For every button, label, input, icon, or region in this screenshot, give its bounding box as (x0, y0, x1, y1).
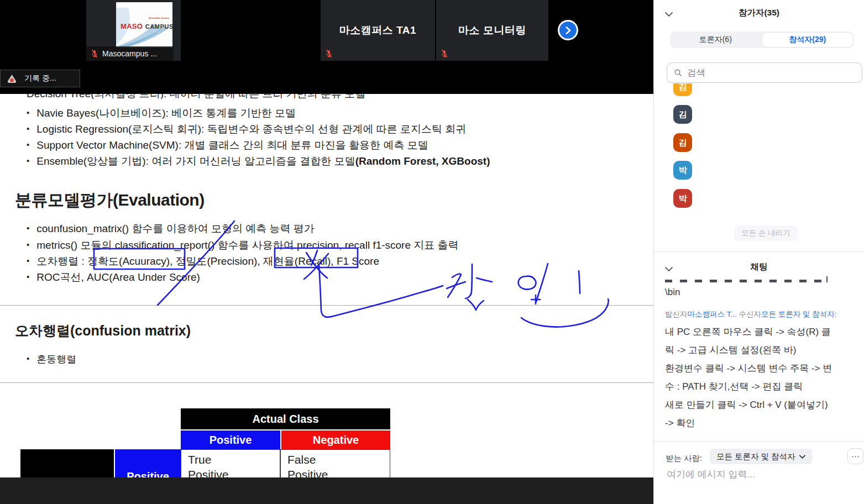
participant-avatar[interactable]: 박 (673, 189, 692, 208)
recipient-dropdown[interactable]: 모든 토론자 및 참석자 (710, 449, 812, 464)
zoom-meeting-window: Actionable Content MASO CAMPUS Masocampu… (0, 0, 864, 504)
clipped-slide-line: Decision Tree(의사결정 트리): 데이터 분할에 따른 트리 기반… (27, 94, 524, 99)
participant-avatar[interactable]: 김 (673, 105, 692, 124)
participant-search-box (667, 62, 862, 83)
participant-list: 김 김 김 박 박 (654, 83, 864, 211)
sender-label: 발신자 (665, 310, 688, 318)
chat-message-line: 환경변수 클릭 -> 시스템 변수 주목 -> 변 (665, 359, 858, 377)
table-header-actual-class: Actual Class (181, 408, 390, 429)
video-tile-monitoring[interactable]: 마소 모니터링 (436, 0, 548, 61)
table-corner-cell (20, 449, 114, 477)
participant-name: 마소 모니터링 (436, 0, 548, 61)
chat-message-input[interactable] (666, 469, 856, 481)
chat-message-body: 내 PC 오른쪽 마우스 클릭 -> 속성(R) 클 릭 -> 고급 시스템 설… (665, 323, 858, 432)
recording-label: 기록 중... (24, 74, 56, 83)
participants-tabs: 토론자(6) 참석자(29) (670, 32, 854, 48)
logo-tagline: Actionable Content (149, 17, 169, 19)
recipient-label: 수신자 (739, 310, 762, 318)
search-input[interactable] (686, 67, 843, 78)
bottom-black-bar (0, 477, 653, 504)
chat-message-line: 내 PC 오른쪽 마우스 클릭 -> 속성(R) 클 (665, 323, 858, 341)
chat-message-line: 새로 만들기 클릭 -> Ctrl + V (붙여넣기) (665, 396, 858, 414)
chat-message-meta: 발신자마소캠퍼스 T... 수신자모든 토론자 및 참석자: (665, 309, 837, 319)
video-tile-masocampus[interactable]: Actionable Content MASO CAMPUS Masocampu… (86, 0, 181, 61)
logo-word-campus: CAMPUS (145, 23, 172, 30)
slide-bullet: Ensemble(앙상블 기법): 여러 가지 머신러닝 알고리즘을 결합한 모… (27, 154, 490, 169)
sender-name: 마소캠퍼스 T... (688, 310, 737, 318)
participant-name: 마소캠퍼스 TA1 (321, 0, 435, 61)
chat-message-line: -> 확인 (665, 414, 858, 432)
chat-message-line: 수 : PATH 찾기,선택 -> 편집 클릭 (665, 377, 858, 396)
meeting-sidebar: 참가자(35) 토론자(6) 참석자(29) 김 김 김 박 박 모든 손 내리… (653, 0, 864, 504)
slide-bullet: Support Vector Machine(SVM): 개별 클래스 간의 최… (27, 138, 428, 153)
chevron-right-icon (565, 27, 571, 34)
section-divider (0, 382, 653, 383)
slide-bullet: Logistic Regression(로지스틱 회귀): 독립변수와 종속변수… (27, 122, 466, 136)
participant-avatar[interactable]: 박 (673, 161, 692, 180)
chat-message-bin: \bin (665, 287, 680, 298)
mic-muted-icon (440, 49, 449, 58)
table-cell-true-positive: TruePositive (181, 449, 280, 477)
sidebar-divider (654, 251, 864, 252)
chat-message-line: 릭 -> 고급 시스템 설정(왼쪽 바) (665, 341, 858, 359)
table-row-label-positive: Positive (114, 449, 181, 477)
search-icon (674, 69, 682, 77)
sidebar-divider (654, 441, 864, 442)
recipient-dropdown-value: 모든 토론자 및 참석자 (716, 452, 795, 462)
slide-heading-evaluation: 분류모델평가(Evaluation) (15, 189, 205, 212)
slide-bullet: counfusion_matrix() 함수를 이용하여 모형의 예측 능력 평… (27, 222, 315, 236)
presentation-slide: Decision Tree(의사결정 트리): 데이터 분할에 따른 트리 기반… (0, 94, 653, 477)
slide-heading-confusion-matrix: 오차행렬(confusion matrix) (15, 322, 191, 340)
participant-avatar[interactable]: 김 (673, 133, 692, 152)
table-cell-false-positive: FalsePositive (280, 449, 390, 477)
slide-bullet: 오차행렬 : 정확도(Acuuracy), 정밀도(Precision), 재현… (27, 254, 379, 269)
participant-name: Masocampus ... (102, 49, 157, 58)
clipped-chat-line (665, 280, 823, 282)
slide-bullet: Navie Bayes(나이브베이즈): 베이즈 통계를 기반한 모델 (27, 106, 296, 120)
section-divider (0, 305, 653, 306)
logo-word-maso: MASO (121, 22, 143, 30)
clipped-chat-line-tick (826, 276, 828, 282)
recording-icon (7, 74, 17, 83)
tab-attendees[interactable]: 참석자(29) (762, 33, 853, 47)
table-col-positive: Positive (181, 429, 280, 449)
recipient-field-label: 받는 사람: (666, 453, 702, 464)
slide-bullet: 혼동행렬 (27, 353, 76, 366)
participant-avatar[interactable]: 김 (673, 83, 692, 96)
chat-panel-title: 채팅 (654, 261, 864, 273)
mic-muted-icon (90, 49, 99, 58)
video-tile-ta1[interactable]: 마소캠퍼스 TA1 (321, 0, 435, 61)
tab-panelists[interactable]: 토론자(6) (670, 32, 761, 48)
next-videos-button[interactable] (558, 20, 578, 40)
table-col-negative: Negative (280, 429, 390, 449)
slide-bullet: metrics() 모듈의 classification_report() 함수… (27, 238, 459, 253)
recipient-name: 모든 토론자 및 참석자: (761, 310, 837, 318)
video-strip: Actionable Content MASO CAMPUS Masocampu… (0, 0, 653, 94)
masocampus-logo: Actionable Content MASO CAMPUS (116, 2, 172, 48)
lower-all-hands-button[interactable]: 모든 손 내리기 (734, 225, 798, 241)
participant-name-label: Masocampus ... (86, 46, 174, 61)
mic-muted-icon (324, 49, 333, 58)
recording-indicator[interactable]: 기록 중... (0, 70, 80, 87)
chat-more-options-button[interactable]: ··· (847, 448, 863, 464)
chevron-down-icon (799, 455, 805, 459)
shared-screen-area: Actionable Content MASO CAMPUS Masocampu… (0, 0, 653, 504)
participants-panel-title: 참가자(35) (654, 7, 864, 19)
slide-bullet: ROC곡선, AUC(Area Under Score) (27, 270, 200, 285)
